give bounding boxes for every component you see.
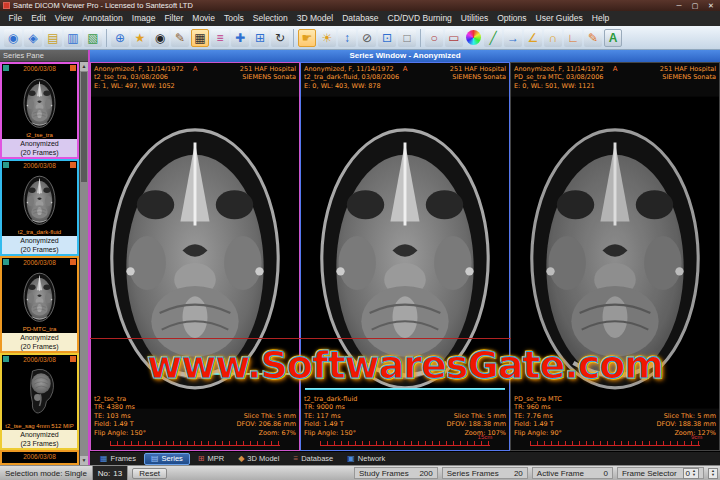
series-thumbnail-1[interactable]: 2006/03/08 t2_tse_tra Anonymized (20 Fra… [0, 62, 79, 159]
spinner-arrows-icon[interactable]: ▲▼ [711, 469, 715, 477]
series-thumbnail-4[interactable]: 2006/03/08 t2_tse_sag 4mm 512 MIP Anonym… [0, 353, 79, 450]
menu-3d-model[interactable]: 3D Model [292, 11, 337, 26]
view-eye-icon[interactable]: ◉ [151, 29, 169, 47]
scroll-down-icon[interactable]: ▼ [80, 456, 88, 465]
zoom-region-icon[interactable]: ⊡ [378, 29, 396, 47]
edit-report-icon[interactable]: ▧ [84, 29, 102, 47]
menu-database[interactable]: Database [338, 11, 383, 26]
rotate-image-icon[interactable]: ↻ [271, 29, 289, 47]
overlay-line: Slice Thk: 5 mm [657, 412, 716, 420]
series-thumbnail-5[interactable]: 2006/03/08 [0, 450, 79, 465]
rectangle-roi-icon[interactable]: ▭ [445, 29, 463, 47]
frame-selector-value: 0 [686, 469, 690, 478]
thumb-date: 2006/03/08 [2, 355, 77, 364]
quick-filter-icon[interactable]: ★ [131, 29, 149, 47]
tab-frames[interactable]: ▦ Frames [94, 453, 142, 465]
overlay-line: t2_tra_dark-fluid, 03/08/2006 [304, 73, 399, 81]
magnifier-icon[interactable]: ⊘ [358, 29, 376, 47]
study-frames-label: Study Frames [359, 469, 409, 478]
protractor-icon[interactable]: ∩ [544, 29, 562, 47]
network-icon: ▣ [347, 455, 355, 463]
image-viewport-2[interactable]: Anonymized, F, 11/14/1972 t2_tra_dark-fl… [300, 62, 510, 451]
close-icon[interactable]: ✕ [705, 1, 717, 10]
thumb-flag-icon [3, 259, 9, 265]
angle-measure-icon[interactable]: ∠ [524, 29, 542, 47]
end-spinner[interactable]: ▲▼ [708, 468, 718, 479]
tab-database[interactable]: ≡ Database [287, 453, 339, 465]
ellipse-roi-icon[interactable]: ○ [425, 29, 443, 47]
overlay-line: TE: 7.76 ms [514, 412, 562, 420]
toolbar-separator [420, 29, 421, 47]
pencil-draw-icon[interactable]: ✎ [584, 29, 602, 47]
menu-options[interactable]: Options [493, 11, 531, 26]
menu-user-guides[interactable]: User Guides [531, 11, 587, 26]
window-title: Sante DICOM Viewer Pro - Licensed to San… [13, 1, 673, 10]
copy-frames-icon[interactable]: ▥ [64, 29, 82, 47]
menu-tools[interactable]: Tools [220, 11, 249, 26]
open-study-icon[interactable]: ◉ [4, 29, 22, 47]
menu-image[interactable]: Image [127, 11, 160, 26]
menu-cddvd-burning[interactable]: CD/DVD Burning [383, 11, 456, 26]
scrollbar-thumb[interactable] [81, 72, 87, 182]
text-annotation-icon[interactable]: A [604, 29, 622, 47]
series-frames-label: Series Frames [447, 469, 499, 478]
palette-icon[interactable] [466, 30, 481, 45]
thumb-flag-icon [3, 65, 9, 71]
frame-number-label: No: [98, 469, 110, 478]
save-series-icon[interactable]: ▤ [44, 29, 62, 47]
tab-3d-model[interactable]: ◆ 3D Model [232, 453, 285, 465]
image-viewport-3[interactable]: Anonymized, F, 11/14/1972 PD_se_tra MTC,… [510, 62, 720, 451]
arrow-annotation-icon[interactable]: → [504, 29, 522, 47]
pan-hand-icon[interactable]: ☛ [298, 29, 316, 47]
color-pens-icon[interactable]: ≡ [211, 29, 229, 47]
menu-filter[interactable]: Filter [160, 11, 188, 26]
sidebar-scrollbar[interactable]: ▲ ▼ [79, 62, 88, 465]
status-bar: Selection mode: Single No: 13 Reset Stud… [0, 465, 720, 480]
series-thumbnail-2[interactable]: 2006/03/08 t2_tra_dark-fluid Anonymized … [0, 159, 79, 256]
menu-edit[interactable]: Edit [27, 11, 51, 26]
scrollbar-track[interactable] [80, 71, 88, 456]
maximize-icon[interactable]: ▢ [689, 1, 701, 10]
menu-view[interactable]: View [50, 11, 77, 26]
cobb-angle-icon[interactable]: ∟ [564, 29, 582, 47]
ruler-scale: 15cm [320, 441, 491, 446]
menu-movie[interactable]: Movie [188, 11, 220, 26]
spinner-arrows-icon[interactable]: ▲▼ [692, 469, 696, 477]
crop-rectangle-icon[interactable]: □ [398, 29, 416, 47]
overlay-line: TR: 4380 ms [94, 403, 146, 411]
overlay-line: DFOV: 188.38 mm [657, 420, 716, 428]
overlay-top-right: 251 HAF Hospital SIEMENS Sonata [660, 65, 716, 82]
thumb-patient: Anonymized [2, 333, 77, 342]
overlay-line: TE: 117 ms [304, 412, 357, 420]
series-thumbnail-3[interactable]: 2006/03/08 PD-MTC_tra Anonymized (20 Fra… [0, 256, 79, 353]
overlay-bottom-left: t2_tra_dark-fluid TR: 9000 ms TE: 117 ms… [304, 395, 357, 437]
overlay-line: PD_se_tra MTC [514, 395, 562, 403]
toolbar-separator [293, 29, 294, 47]
menu-utilities[interactable]: Utilities [456, 11, 492, 26]
window-level-icon[interactable]: ☀ [318, 29, 336, 47]
active-frame-label: Active Frame [537, 469, 584, 478]
image-viewport-1[interactable]: Anonymized, F, 11/14/1972 t2_tse_tra, 03… [90, 62, 300, 451]
fit-to-screen-icon[interactable]: ⊞ [251, 29, 269, 47]
frame-selector-spinner[interactable]: 0 ▲▼ [683, 468, 699, 479]
menu-help[interactable]: Help [587, 11, 613, 26]
overlay-top-right: 251 HAF Hospital SIEMENS Sonata [450, 65, 506, 82]
menu-selection[interactable]: Selection [248, 11, 292, 26]
thumb-frames: (20 Frames) [2, 342, 77, 351]
expand-view-icon[interactable]: ✚ [231, 29, 249, 47]
scroll-frames-icon[interactable]: ↕ [338, 29, 356, 47]
paint-tool-icon[interactable]: ✎ [171, 29, 189, 47]
tab-series[interactable]: ▤ Series [144, 453, 190, 465]
line-measure-icon[interactable]: ╱ [484, 29, 502, 47]
dicom-network-icon[interactable]: ⊕ [111, 29, 129, 47]
tab-mpr[interactable]: ⊞ MPR [192, 453, 230, 465]
tab-label: Network [358, 454, 386, 463]
scroll-up-icon[interactable]: ▲ [80, 62, 88, 71]
menu-annotation[interactable]: Annotation [78, 11, 128, 26]
tab-network[interactable]: ▣ Network [341, 453, 391, 465]
minimize-icon[interactable]: ─ [673, 1, 685, 10]
histogram-icon[interactable]: ▦ [191, 29, 209, 47]
import-study-icon[interactable]: ◈ [24, 29, 42, 47]
menu-file[interactable]: File [4, 11, 27, 26]
reset-button[interactable]: Reset [132, 468, 167, 479]
